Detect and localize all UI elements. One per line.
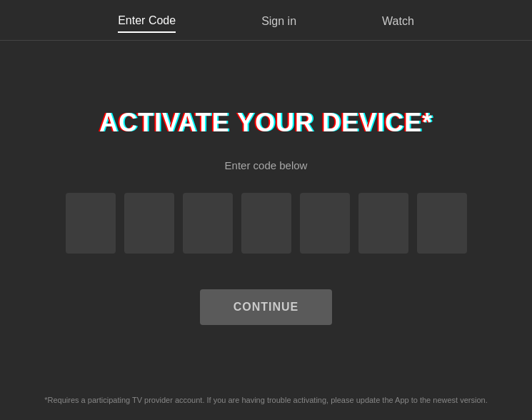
- footer-note: *Requires a participating TV provider ac…: [38, 394, 495, 406]
- subtitle: Enter code below: [225, 159, 308, 171]
- code-box-5[interactable]: [300, 193, 350, 254]
- nav-bar: Enter Code Sign in Watch: [0, 0, 532, 41]
- nav-item-enter-code[interactable]: Enter Code: [118, 14, 176, 33]
- nav-item-watch[interactable]: Watch: [382, 15, 414, 32]
- code-box-4[interactable]: [241, 193, 291, 254]
- page-title: ACTIVATE YOUR DEVICE*: [99, 108, 433, 138]
- continue-button[interactable]: CONTINUE: [200, 289, 332, 325]
- main-content: ACTIVATE YOUR DEVICE* Enter code below C…: [0, 41, 532, 420]
- code-box-3[interactable]: [183, 193, 233, 254]
- nav-item-sign-in[interactable]: Sign in: [261, 15, 296, 32]
- code-box-1[interactable]: [66, 193, 116, 254]
- code-box-2[interactable]: [124, 193, 174, 254]
- code-box-6[interactable]: [358, 193, 408, 254]
- code-input-area: [66, 193, 467, 254]
- code-box-7[interactable]: [417, 193, 467, 254]
